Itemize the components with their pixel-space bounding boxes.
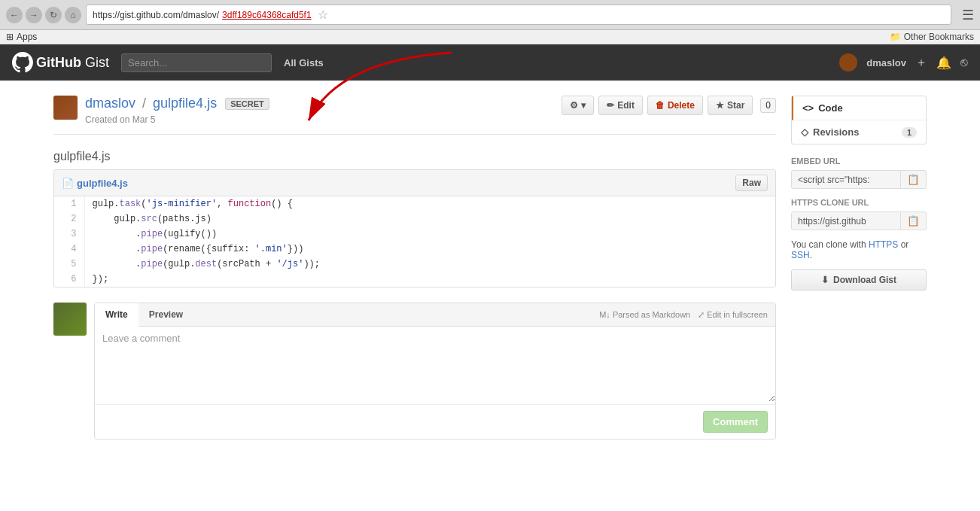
edit-icon: ✏ [607,100,614,111]
revisions-badge: 1 [902,127,917,138]
line-number: 4 [54,242,84,257]
clone-ssh-link[interactable]: SSH [791,250,810,260]
forward-button[interactable]: → [26,7,42,23]
https-clone-group: 📋 [791,211,927,230]
all-gists-link[interactable]: All Gists [284,57,324,68]
apps-bookmark[interactable]: ⊞ Apps [6,32,37,42]
bookmarks-bar: ⊞ Apps 📁 Other Bookmarks [0,30,980,44]
embed-copy-button[interactable]: 📋 [901,170,927,189]
gist-header: dmaslov / gulpfile4.js SECRET Created on… [53,96,776,135]
add-icon[interactable]: ＋ [915,55,927,71]
download-label: Download Gist [833,275,896,285]
line-number: 3 [54,227,84,242]
gist-filename-link[interactable]: gulpfile4.js [153,96,217,111]
raw-button[interactable]: Raw [735,175,768,191]
gist-sidebar: <> Code ◇ Revisions 1 Embed URL 📋 [791,96,927,440]
commenter-avatar [53,303,87,336]
embed-url-group: 📋 [791,170,927,189]
home-button[interactable]: ⌂ [65,7,81,23]
edit-button[interactable]: ✏ Edit [598,96,643,115]
file-block: 📄 gulpfile4.js Raw 1gulp.task('js-minifi… [53,169,776,287]
file-name-link[interactable]: 📄 gulpfile4.js [62,178,128,189]
address-text: https://gist.github.com/dmaslov/ [93,10,219,20]
comment-section: Write Preview M↓ Parsed as Markdown ⤢ Ed… [53,303,776,440]
line-code: .pipe(gulp.dest(srcPath + '/js')); [84,257,775,272]
clone-https-link[interactable]: HTTPS [869,239,898,250]
line-code: gulp.task('js-minifier', function() { [84,196,775,211]
header-right: dmaslov ＋ 🔔 ⎋ [839,53,968,71]
gist-title-info: dmaslov / gulpfile4.js SECRET Created on… [85,96,269,125]
settings-dropdown-icon: ▾ [581,100,586,111]
sidebar-code-link[interactable]: <> Code [792,96,926,120]
star-label: Star [727,100,744,111]
download-icon: ⬇ [821,275,829,285]
gist-main: dmaslov / gulpfile4.js SECRET Created on… [53,96,776,440]
other-bookmarks[interactable]: 📁 Other Bookmarks [890,32,974,42]
browser-nav-buttons: ← → ↻ ⌂ [6,7,81,23]
write-tab[interactable]: Write [95,303,138,327]
gist-user-link[interactable]: dmaslov [85,96,135,111]
table-row: 6}); [54,272,775,287]
notifications-icon[interactable]: 🔔 [936,56,951,70]
settings-button[interactable]: ⚙ ▾ [562,96,594,115]
preview-tab[interactable]: Preview [138,303,193,326]
embed-url-section: Embed URL 📋 [791,157,927,189]
https-clone-label: HTTPS clone URL [791,198,927,207]
apps-grid-icon: ⊞ [6,32,14,42]
comment-footer: Comment [95,404,775,439]
edit-fullscreen-link[interactable]: ⤢ Edit in fullscreen [698,310,768,320]
table-row: 5 .pipe(gulp.dest(srcPath + '/js')); [54,257,775,272]
code-table: 1gulp.task('js-minifier', function() {2 … [54,196,775,287]
line-number: 1 [54,196,84,211]
comment-submit-button[interactable]: Comment [703,411,768,433]
clone-copy-button[interactable]: 📋 [901,211,927,230]
markdown-icon: M↓ [599,310,610,319]
revisions-icon: ◇ [801,126,808,138]
line-code: gulp.src(paths.js) [84,211,775,227]
line-number: 2 [54,211,84,227]
revisions-label: Revisions [813,126,859,138]
page-content: dmaslov / gulpfile4.js SECRET Created on… [0,81,980,511]
file-name: gulpfile4.js [77,178,128,189]
file-header: 📄 gulpfile4.js Raw [54,170,775,196]
address-bar[interactable]: https://gist.github.com/dmaslov/3dff189c… [86,5,951,25]
gist-content: dmaslov / gulpfile4.js SECRET Created on… [38,81,942,455]
https-clone-section: HTTPS clone URL 📋 You can clone with HTT… [791,198,927,260]
secret-badge: SECRET [225,98,269,110]
user-avatar [839,53,857,71]
gear-icon: ⚙ [570,100,578,111]
title-separator: / [142,96,146,111]
comment-textarea[interactable] [95,327,775,402]
https-clone-input[interactable] [791,211,901,230]
star-icon: ★ [716,100,724,111]
clone-help: You can clone with HTTPS or SSH. [791,239,927,260]
folder-icon: 📁 [890,32,901,42]
bookmark-star[interactable]: ☆ [318,8,328,22]
comment-box: Write Preview M↓ Parsed as Markdown ⤢ Ed… [94,303,776,440]
comment-tabs: Write Preview M↓ Parsed as Markdown ⤢ Ed… [95,303,775,327]
logo-github: GitHub Gist [36,55,109,71]
embed-url-input[interactable] [791,170,901,189]
gist-meta: Created on Mar 5 [85,114,269,125]
line-code: }); [84,272,775,287]
back-button[interactable]: ← [6,7,23,23]
sidebar-nav: <> Code ◇ Revisions 1 [791,96,927,144]
file-icon: 📄 [62,178,74,189]
apps-label: Apps [17,32,37,42]
logout-icon[interactable]: ⎋ [960,56,968,69]
browser-toolbar: ← → ↻ ⌂ https://gist.github.com/dmaslov/… [0,0,980,30]
other-bookmarks-label: Other Bookmarks [904,32,974,42]
parsed-as-markdown: M↓ Parsed as Markdown [599,310,690,319]
search-input[interactable] [121,53,272,72]
star-button[interactable]: ★ Star [708,96,753,115]
embed-url-label: Embed URL [791,157,927,166]
fullscreen-icon: ⤢ [698,310,705,319]
delete-button[interactable]: 🗑 Delete [647,96,703,115]
download-gist-button[interactable]: ⬇ Download Gist [791,269,927,290]
browser-menu[interactable]: ☰ [962,7,974,23]
github-logo: GitHub Gist [12,52,109,73]
reload-button[interactable]: ↻ [45,7,62,23]
code-icon: <> [802,102,814,114]
username: dmaslov [866,57,906,68]
sidebar-revisions-link[interactable]: ◇ Revisions 1 [792,120,926,144]
